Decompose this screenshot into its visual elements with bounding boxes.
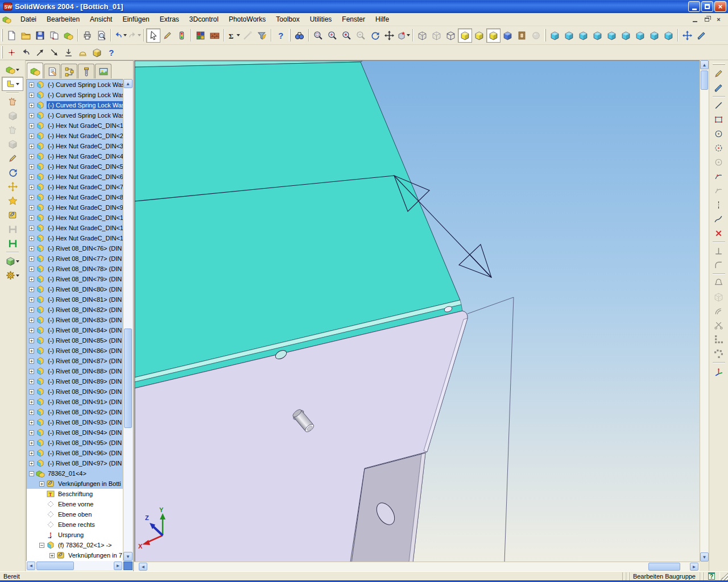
zoom-to-selection-button[interactable] — [340, 28, 354, 43]
dome-feature-button[interactable] — [76, 45, 90, 60]
expand-box[interactable]: + — [29, 348, 34, 354]
collapse-box[interactable]: − — [29, 471, 34, 476]
open-document-button[interactable] — [19, 28, 33, 43]
sketch-pencil-button[interactable] — [160, 28, 175, 43]
tree-item[interactable]: +(-) Hex Nut GradeC_DIN<7 — [27, 182, 123, 192]
tree-item[interactable]: +(-) Rivet 08_DIN<91> (DIN — [27, 397, 123, 407]
insert-component-dropdown-button[interactable] — [2, 63, 23, 77]
tree-item[interactable]: +(-) Rivet 08_DIN<76> (DIN — [27, 243, 123, 253]
expand-box[interactable]: + — [29, 410, 34, 415]
expand-box[interactable]: + — [29, 215, 34, 221]
line-button[interactable] — [712, 98, 726, 113]
tree-item[interactable]: +(-) Rivet 08_DIN<95> (DIN — [27, 438, 123, 448]
trim-entities-button[interactable] — [712, 318, 726, 332]
tree-item[interactable]: +(-) Hex Nut GradeC_DIN<3 — [27, 141, 123, 151]
undo-button[interactable] — [113, 28, 127, 43]
exploded-view-button[interactable] — [6, 236, 20, 251]
zoom-to-fit-button[interactable] — [311, 28, 325, 43]
view-back-button[interactable] — [562, 28, 576, 43]
rendermanager-tab[interactable] — [95, 64, 111, 78]
sketch-dropdown-dropdown-caret[interactable] — [16, 83, 19, 85]
tree-item[interactable]: +(-) Rivet 08_DIN<94> (DIN — [27, 427, 123, 438]
status-help-cell[interactable]: ? — [703, 572, 720, 580]
resize-grip[interactable] — [720, 572, 728, 580]
tree-item[interactable]: +(-) Hex Nut GradeC_DIN<6 — [27, 172, 123, 182]
expand-box[interactable]: + — [29, 287, 34, 292]
convert-entities-button[interactable] — [712, 290, 726, 304]
menu-extras[interactable]: Extras — [155, 14, 184, 25]
tree-scroll-left-button[interactable]: ◄ — [27, 562, 35, 570]
view-normal-to-button[interactable] — [680, 28, 694, 43]
textures-button[interactable] — [208, 28, 222, 43]
panel-splitter-box[interactable] — [123, 562, 133, 570]
tree-item[interactable]: +(-) Rivet 08_DIN<89> (DIN — [27, 376, 123, 386]
new-document-button[interactable] — [5, 28, 19, 43]
expand-box[interactable]: + — [29, 369, 34, 374]
linear-pattern-button[interactable] — [712, 332, 726, 347]
undo-dropdown-caret[interactable] — [123, 34, 127, 36]
shaded-no-edges-button[interactable] — [472, 28, 486, 43]
wireframe-button[interactable] — [415, 28, 429, 43]
tangent-arc-button[interactable] — [712, 184, 726, 198]
centerpoint-arc-button[interactable] — [712, 169, 726, 184]
tree-item[interactable]: +Ursprung — [27, 530, 123, 540]
view-orientation-dropdown-dropdown-caret[interactable] — [16, 260, 19, 263]
hidden-lines-visible-button[interactable] — [429, 28, 444, 43]
mirror-entities-button[interactable] — [712, 276, 726, 290]
view-bottom-button[interactable] — [619, 28, 633, 43]
tree-item[interactable]: +(-) Rivet 08_DIN<86> (DIN — [27, 346, 123, 356]
expand-box[interactable]: + — [29, 256, 34, 261]
expand-box[interactable]: + — [29, 134, 34, 139]
viewport-scroll-left-button[interactable]: ◄ — [139, 563, 147, 571]
expand-box[interactable]: + — [29, 430, 34, 435]
viewport-hscroll-thumb[interactable] — [648, 563, 680, 571]
redraw-view-button[interactable] — [292, 28, 307, 43]
expand-box[interactable]: + — [29, 164, 34, 169]
tree-item[interactable]: +Verknüpfungen in Botti — [27, 479, 123, 489]
tree-item[interactable]: +(-) Hex Nut GradeC_DIN<2 — [27, 131, 123, 141]
tree-item[interactable]: +(-) Rivet 08_DIN<84> (DIN — [27, 325, 123, 335]
expand-box[interactable]: + — [29, 297, 34, 302]
expand-box[interactable]: + — [29, 93, 34, 98]
collapse-box[interactable]: − — [39, 543, 44, 548]
help-pointer-button[interactable] — [104, 45, 118, 60]
tree-item[interactable]: +(-) Rivet 08_DIN<97> (DIN — [27, 458, 123, 468]
sketch-dropdown-button[interactable] — [2, 77, 23, 91]
tree-item[interactable]: +Beschriftung — [27, 489, 123, 499]
close-button[interactable]: × — [714, 1, 726, 12]
rotate-component-button[interactable] — [6, 165, 20, 180]
tree-item[interactable]: +Ebene oben — [27, 509, 123, 519]
edit-part-pencil-button[interactable] — [6, 151, 20, 165]
mdi-minimize-button[interactable] — [690, 15, 700, 24]
expand-box[interactable]: + — [29, 318, 34, 323]
viewport-horizontal-scrollbar[interactable]: ◄ ► — [134, 562, 700, 571]
tree-item[interactable]: +(-) Rivet 08_DIN<85> (DIN — [27, 335, 123, 346]
replace-component-button[interactable] — [90, 45, 104, 60]
tree-item[interactable]: −78362_01<4> — [27, 468, 123, 479]
modify-sketch-button[interactable] — [712, 81, 726, 95]
menu-datei[interactable]: Datei — [15, 14, 42, 25]
menu-utilities[interactable]: Utilities — [305, 14, 337, 25]
tree-item[interactable]: +(-) Rivet 08_DIN<90> (DIN — [27, 386, 123, 397]
expand-box[interactable]: + — [29, 440, 34, 446]
tree-vertical-scrollbar[interactable]: ▲ ▼ — [123, 79, 133, 561]
minimize-button[interactable] — [688, 1, 700, 12]
tree-item[interactable]: −(f) 78362_02<1> -> — [27, 540, 123, 550]
tree-horizontal-scrollbar[interactable]: ◄ ► — [26, 561, 133, 571]
centerline-button[interactable] — [712, 198, 726, 212]
rotate-view-button[interactable] — [368, 28, 382, 43]
tree-item[interactable]: +(-) Curved Spring Lock Was — [27, 100, 123, 110]
tree-item[interactable]: +(-) Rivet 08_DIN<80> (DIN — [27, 284, 123, 294]
expand-box[interactable]: + — [29, 154, 34, 159]
tree-scroll-down-button[interactable]: ▼ — [123, 552, 133, 561]
anchor-bottom-button[interactable] — [61, 45, 76, 60]
circle-button[interactable] — [712, 127, 726, 141]
view-top-button[interactable] — [605, 28, 619, 43]
menu-photoworks[interactable]: PhotoWorks — [224, 14, 271, 25]
measure-dropdown-caret[interactable] — [237, 34, 240, 36]
check-tool-button[interactable] — [241, 28, 255, 43]
viewport-vertical-scrollbar[interactable]: ▲ ▼ — [700, 60, 709, 562]
expand-box[interactable]: + — [29, 267, 34, 272]
tree-item[interactable]: +(-) Rivet 08_DIN<88> (DIN — [27, 366, 123, 376]
expand-box[interactable]: + — [29, 236, 34, 241]
